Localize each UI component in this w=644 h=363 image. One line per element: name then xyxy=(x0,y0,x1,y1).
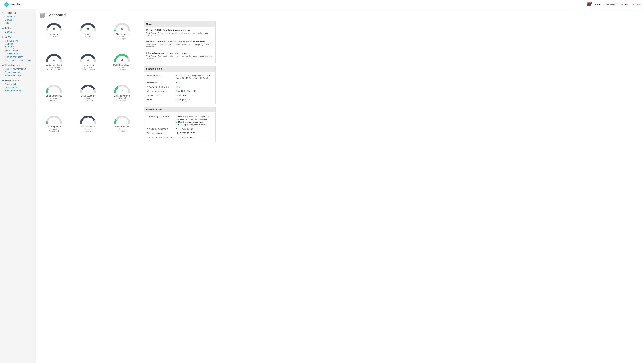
system-value: 1.69 / 1.86 / 2.71 xyxy=(175,93,213,98)
sidebar-rebuild[interactable]: Rebuild config files xyxy=(2,55,34,58)
gauge-sublabel-used: 3 used xyxy=(51,128,57,130)
dashboard-icon xyxy=(40,14,44,16)
gauge-sublabel-used: 24 used xyxy=(50,97,57,99)
svg-text:∞: ∞ xyxy=(121,88,124,93)
gauge-sublabel-assigned: 0 assigned xyxy=(49,130,58,132)
system-value: APACHE2HANDLER xyxy=(175,89,213,93)
system-value: 13.0.0 (x86_64) xyxy=(175,98,213,102)
svg-text:∞: ∞ xyxy=(86,119,90,124)
cron-task-text: Adding new customer customer1 xyxy=(178,118,207,120)
sidebar-section-support-tickets: Support-tickets xyxy=(2,79,34,82)
sidebar-recalculate[interactable]: Recalculate resource usage xyxy=(2,58,34,62)
cron-spinner-icon: ↻ xyxy=(176,123,178,126)
svg-text:∞: ∞ xyxy=(86,58,90,62)
sidebar-settings[interactable]: Settings xyxy=(2,42,34,46)
news-title[interactable]: Release Candidate 0.9.30-rc1 - Dual-/Mul… xyxy=(146,40,213,43)
svg-text:∞: ∞ xyxy=(52,88,55,93)
svg-rect-8 xyxy=(40,14,42,15)
froxlor-details-header: Froxlor details xyxy=(144,107,216,112)
system-row: MySQL server version:5.5.33 xyxy=(146,85,213,89)
gauge-item-ftp-accounts: ∞FTP-accounts5 used1 assigned xyxy=(74,114,102,141)
system-key: Kernel: xyxy=(146,98,175,102)
logo-icon xyxy=(4,2,9,7)
right-panel: News Release 0.9.30 - Dual-/Multi-stack … xyxy=(140,21,216,144)
php-version-link[interactable]: 5.5.3 xyxy=(176,81,180,84)
sidebar-message[interactable]: Write a Message xyxy=(2,74,34,77)
news-title[interactable]: Information about the upcoming release xyxy=(146,52,213,54)
cron-task-text: Creating directory for new ftp-user xyxy=(178,124,208,126)
froxlor-key: e-mail autoresponder: xyxy=(146,127,175,131)
svg-text:∞: ∞ xyxy=(52,58,55,62)
gauge-item-mysql-databases: ∞MySQL-databases6 used1 assigned xyxy=(108,52,136,80)
system-details-body: Serversoftware:Apache/2.2.25 (Unix) mod_… xyxy=(144,72,216,104)
gauge-sublabel-assigned: 100 assigned xyxy=(116,99,128,101)
news-excerpt: Dear Froxlor-Community, just a short not… xyxy=(146,55,213,59)
gauge-label: Traffic (GiB) xyxy=(82,64,94,66)
news-item-0: Release 0.9.30 - Dual-/Multi-stack and m… xyxy=(146,29,213,38)
sidebar-section-resources: Resources xyxy=(2,12,34,14)
cron-task-item: ↻Adding new customer customer1 xyxy=(176,118,212,120)
svg-text:∞: ∞ xyxy=(121,58,124,62)
page-title-wrap: Dashboard xyxy=(40,12,640,18)
gauge-sublabel-assigned: 1 assigned xyxy=(83,130,93,132)
logo-text: froxlor xyxy=(11,2,21,6)
sidebar-cronjob[interactable]: Cronjob settings xyxy=(2,52,34,55)
sidebar-section-server: Server xyxy=(2,36,34,38)
header-right: 1 admin Dashboard Options ▾ Logout xyxy=(586,2,640,6)
gauge-sublabel-used: 24.66 used xyxy=(83,66,93,68)
gauge-item-autoresponder: ∞Autoresponder3 used0 assigned xyxy=(40,114,68,141)
sidebar-ips-ports[interactable]: IPs and Ports xyxy=(2,49,34,52)
logo: froxlor xyxy=(4,2,21,7)
system-key: MySQL server version: xyxy=(146,85,175,89)
froxlor-key: Backup cronjob: xyxy=(146,131,175,136)
layout: ResourcesCustomersDomainsAdminsTrafficCu… xyxy=(0,9,644,363)
svg-text:∞: ∞ xyxy=(86,26,90,31)
cron-tasks-list: ↻Rebuilding webserver-configuration↻Addi… xyxy=(175,114,213,127)
sidebar-phpinfo[interactable]: PHPinfo() xyxy=(2,46,34,49)
gauge-sublabel-used: 3 used xyxy=(51,36,57,38)
svg-rect-11 xyxy=(42,15,44,16)
gauge-label: MySQL-databases xyxy=(113,64,131,66)
sidebar-support-categories[interactable]: Support categories xyxy=(2,89,34,92)
froxlor-key: Calculating of mailbox-sizes: xyxy=(146,136,175,140)
cron-task-item: ↻Creating directory for new ftp-user xyxy=(176,123,212,126)
news-title[interactable]: Release 0.9.30 - Dual-/Multi-stack and m… xyxy=(146,29,213,32)
sidebar-customers[interactable]: Customers xyxy=(2,15,34,18)
cron-task-item: ↻Rebuilding bind-configuration xyxy=(176,120,212,123)
system-row: PHP-Version:5.5.3 xyxy=(146,80,213,85)
gauge-sublabel-used: 5 used xyxy=(85,128,91,130)
system-key: Serversoftware: xyxy=(146,74,175,80)
froxlor-table: Outstanding cron-tasks:↻Rebuilding webse… xyxy=(146,114,213,140)
news-item-1: Release Candidate 0.9.30-rc1 - Dual-/Mul… xyxy=(146,40,213,50)
svg-text:∞: ∞ xyxy=(86,88,90,93)
news-item-2: Information about the upcoming releaseDe… xyxy=(146,52,213,61)
sidebar-logging[interactable]: System-logging xyxy=(2,70,34,74)
sidebar-support-tickets[interactable]: Support tickets xyxy=(2,83,34,86)
gauge-label: FTP-accounts xyxy=(82,126,95,128)
sidebar-email-templates[interactable]: Email & file templates xyxy=(2,68,34,70)
dashboard-link[interactable]: Dashboard xyxy=(605,3,616,6)
sidebar-traffic-customers[interactable]: Customers xyxy=(2,30,34,34)
svg-marker-5 xyxy=(2,36,4,38)
gauge-label: Customers xyxy=(49,33,59,36)
gauge-sublabel-used: 31 used xyxy=(118,97,126,99)
gauge-item-domains: ∞Domains6 used xyxy=(74,21,102,48)
sidebar-admins[interactable]: Admins xyxy=(2,22,34,25)
logout-button[interactable]: Logout xyxy=(633,3,640,6)
options-button[interactable]: Options ▾ xyxy=(620,3,630,6)
system-value[interactable]: 5.5.3 xyxy=(175,80,213,85)
gauge-sublabel-assigned: 0 assigned xyxy=(117,38,127,40)
mail-button[interactable]: 1 xyxy=(586,2,591,6)
news-excerpt: Dear Froxlor Community, the upcoming rel… xyxy=(146,44,213,48)
main-content: Dashboard ∞Customers3 used∞Domains6 used… xyxy=(36,9,644,363)
sidebar-domains[interactable]: Domains xyxy=(2,18,34,22)
system-row: Webserver interface:APACHE2HANDLER xyxy=(146,89,213,93)
sidebar-configuration[interactable]: Configuration xyxy=(2,39,34,42)
gauge-sublabel-assigned: 51700 assigned xyxy=(47,68,61,70)
svg-marker-7 xyxy=(2,80,4,82)
system-key: Webserver interface: xyxy=(146,89,175,93)
svg-text:∞: ∞ xyxy=(52,26,55,31)
sidebar-ticket-archive[interactable]: Ticket-archive xyxy=(2,86,34,89)
froxlor-row: e-mail autoresponder:20.10.2013 10:50:01 xyxy=(146,127,213,131)
cron-task-item: ↻Rebuilding webserver-configuration xyxy=(176,115,212,118)
